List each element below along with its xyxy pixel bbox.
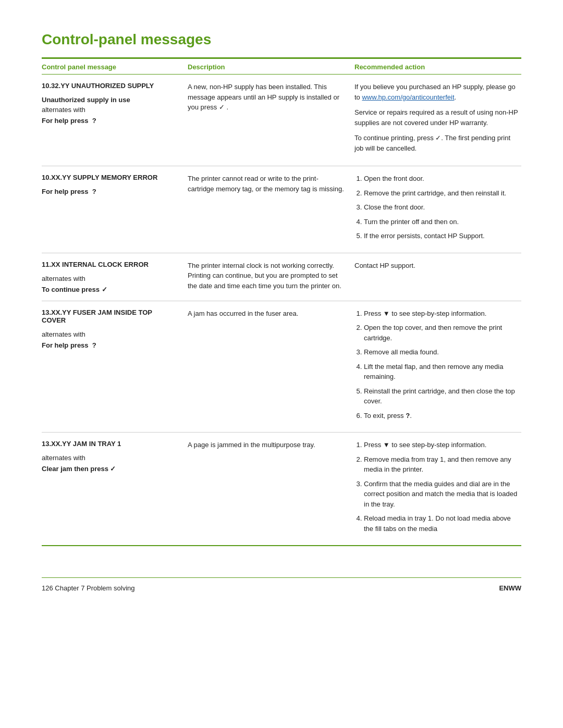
desc-text-5: A page is jammed in the multipurpose tra… [188,441,315,449]
action-col-5: Press ▼ to see step-by-step information.… [354,440,521,538]
desc-text-2: The printer cannot read or write to the … [188,175,344,193]
message-col-4: 13.XX.YY FUSER JAM INSIDE TOP COVER alte… [42,309,188,425]
description-col-2: The printer cannot read or write to the … [188,174,354,245]
msg-sub-1a: Unauthorized supply in use [42,96,177,104]
description-col-1: A new, non-HP supply has been installed.… [188,82,354,158]
msg-alt-3: alternates with [42,275,177,282]
page-title: Control-panel messages [42,31,521,48]
table-row: 13.XX.YY JAM IN TRAY 1 alternates with C… [42,433,521,546]
msg-title-2: 10.XX.YY SUPPLY MEMORY ERROR [42,174,177,181]
list-item: If the error persists, contact HP Suppor… [364,231,521,241]
msg-title-5: 13.XX.YY JAM IN TRAY 1 [42,440,177,448]
list-item: Reload media in tray 1. Do not load medi… [364,513,521,534]
msg-press-3: To continue press ✓ [42,286,177,293]
action-col-4: Press ▼ to see step-by-step information.… [354,309,521,425]
list-item: Confirm that the media guides and dial a… [364,479,521,510]
message-col-3: 11.XX INTERNAL CLOCK ERROR alternates wi… [42,261,188,293]
action-list-2: Open the front door. Remove the print ca… [354,174,521,241]
list-item: Remove all media found. [364,347,521,357]
list-item: Open the front door. [364,174,521,184]
message-col-1: 10.32.YY UNAUTHORIZED SUPPLY Unauthorize… [42,82,188,158]
action-list-5: Press ▼ to see step-by-step information.… [354,440,521,534]
footer-left: 126 Chapter 7 Problem solving [42,584,135,592]
action-para-1a: If you believe you purchased an HP suppl… [354,82,521,102]
table-row: 10.32.YY UNAUTHORIZED SUPPLY Unauthorize… [42,75,521,166]
action-col-1: If you believe you purchased an HP suppl… [354,82,521,158]
list-item: Turn the printer off and then on. [364,217,521,227]
list-item: To exit, press ?. [364,411,521,421]
msg-press-5: Clear jam then press ✓ [42,465,177,473]
msg-press-4: For help press ? [42,341,177,349]
description-col-4: A jam has occurred in the fuser area. [188,309,354,425]
action-col-2: Open the front door. Remove the print ca… [354,174,521,245]
table-row: 13.XX.YY FUSER JAM INSIDE TOP COVER alte… [42,301,521,433]
list-item: Reinstall the print cartridge, and then … [364,386,521,406]
desc-text-1: A new, non-HP supply has been installed.… [188,83,339,111]
msg-title-3: 11.XX INTERNAL CLOCK ERROR [42,261,177,268]
action-para-3a: Contact HP support. [354,261,521,271]
msg-alt-5: alternates with [42,454,177,462]
list-item: Remove media from tray 1, and then remov… [364,454,521,475]
page-footer: 126 Chapter 7 Problem solving ENWW [42,577,521,592]
anticounterfeit-link[interactable]: www.hp.com/go/anticounterfeit [362,93,454,101]
list-item: Close the front door. [364,202,521,213]
table-header: Control panel message Description Recomm… [42,59,521,75]
table-row: 10.XX.YY SUPPLY MEMORY ERROR For help pr… [42,166,521,253]
list-item: Press ▼ to see step-by-step information. [364,440,521,450]
desc-text-3: The printer internal clock is not workin… [188,262,341,290]
col-header-description: Description [188,63,354,71]
msg-press-1: For help press ? [42,117,177,125]
description-col-5: A page is jammed in the multipurpose tra… [188,440,354,538]
col-header-action: Recommended action [354,63,521,71]
action-list-4: Press ▼ to see step-by-step information.… [354,309,521,421]
list-item: Press ▼ to see step-by-step information. [364,309,521,319]
list-item: Lift the metal flap, and then remove any… [364,362,521,382]
description-col-3: The printer internal clock is not workin… [188,261,354,293]
action-para-1b: Service or repairs required as a result … [354,107,521,128]
msg-title-1: 10.32.YY UNAUTHORIZED SUPPLY [42,82,177,90]
message-col-5: 13.XX.YY JAM IN TRAY 1 alternates with C… [42,440,188,538]
action-col-3: Contact HP support. [354,261,521,293]
footer-right: ENWW [499,584,521,592]
msg-alt-1: alternates with [42,106,177,114]
list-item: Remove the print cartridge, and then rei… [364,188,521,199]
desc-text-4: A jam has occurred in the fuser area. [188,310,298,317]
list-item: Open the top cover, and then remove the … [364,323,521,343]
message-col-2: 10.XX.YY SUPPLY MEMORY ERROR For help pr… [42,174,188,245]
table-row: 11.XX INTERNAL CLOCK ERROR alternates wi… [42,253,521,301]
action-para-1c: To continue printing, press ✓. The first… [354,133,521,153]
msg-press-2: For help press ? [42,188,177,195]
msg-title-4: 13.XX.YY FUSER JAM INSIDE TOP COVER [42,309,177,324]
msg-alt-4: alternates with [42,330,177,338]
col-header-message: Control panel message [42,63,188,71]
